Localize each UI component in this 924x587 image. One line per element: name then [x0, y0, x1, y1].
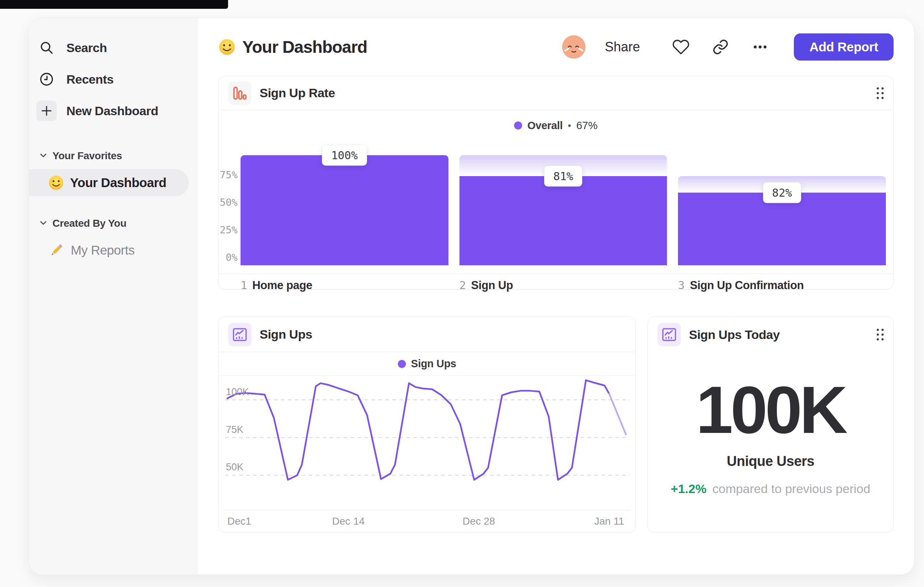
stat-delta: +1.2%: [671, 482, 706, 496]
smiley-face-emoji: [218, 38, 236, 56]
background-window-edge: [0, 0, 228, 9]
clock-icon: [36, 69, 57, 89]
add-report-button[interactable]: Add Report: [794, 33, 894, 61]
funnel-bar[interactable]: 82%: [678, 138, 886, 265]
sidebar-item-your-dashboard[interactable]: Your Dashboard: [29, 169, 189, 196]
funnel-bars: 100%81%82%: [241, 138, 886, 265]
step-number: 3: [678, 279, 685, 292]
funnel-value-tooltip: 81%: [544, 166, 582, 187]
step-number: 1: [241, 279, 247, 292]
line-chart-icon: [657, 323, 681, 346]
legend-series-label: Overall: [527, 120, 563, 132]
sign-ups-card: Sign Ups Sign Ups 100K75K50K Dec1Dec 14D…: [218, 317, 636, 532]
sign-up-rate-card: Sign Up Rate Overall • 67% 75%50%25%0% 1…: [218, 76, 894, 289]
card-header: Sign Up Rate: [219, 76, 893, 110]
smiley-face-emoji: [48, 175, 64, 191]
funnel-step-labels: 1Home page2Sign Up3Sign Up Confirmation: [219, 274, 893, 292]
card-title: Sign Up Rate: [260, 86, 869, 100]
funnel-step-label: 3Sign Up Confirmation: [678, 279, 886, 292]
funnel-bar[interactable]: 100%: [241, 138, 449, 265]
funnel-bar-fill: [459, 176, 667, 265]
legend-separator: •: [568, 120, 571, 131]
line-chart-icon: [228, 323, 252, 346]
funnel-chart: 75%50%25%0% 100%81%82%: [219, 138, 886, 265]
y-axis-tick: 25%: [219, 224, 238, 236]
step-name: Sign Up Confirmation: [690, 279, 804, 292]
y-axis-tick: 100K: [226, 386, 249, 400]
avatar[interactable]: [562, 35, 586, 59]
sidebar-section-created-by-you[interactable]: Created By You: [29, 213, 197, 234]
sidebar-item-label: New Dashboard: [66, 104, 158, 118]
x-axis-tick: Dec 14: [332, 516, 365, 527]
section-label: Created By You: [53, 218, 127, 229]
sidebar: Search Recents New Dashboard: [29, 18, 198, 575]
x-axis-tick: Jan 11: [594, 516, 624, 527]
sidebar-item-new-dashboard[interactable]: New Dashboard: [29, 95, 197, 127]
sidebar-section-your-favorites[interactable]: Your Favorites: [29, 146, 197, 166]
sidebar-item-recents[interactable]: Recents: [29, 63, 197, 95]
line-chart-x-axis: Dec1Dec 14Dec 28Jan 11: [225, 510, 630, 529]
sidebar-item-my-reports[interactable]: My Reports: [29, 236, 189, 264]
funnel-steps-divider: 1Home page2Sign Up3Sign Up Confirmation: [219, 273, 893, 292]
sign-ups-today-card: Sign Ups Today 100K Unique Users +1.2% c…: [648, 317, 894, 532]
stat-value: 100K: [696, 376, 845, 443]
share-button[interactable]: Share: [605, 39, 640, 55]
drag-handle-icon[interactable]: [877, 329, 884, 341]
sidebar-item-label: Recents: [66, 72, 114, 87]
y-axis-tick: 75%: [219, 169, 238, 180]
legend-dot: [514, 121, 522, 129]
drag-handle-icon[interactable]: [877, 87, 884, 99]
funnel-value-tooltip: 100%: [322, 145, 367, 166]
funnel-legend[interactable]: Overall • 67%: [219, 110, 893, 134]
stat-body: 100K Unique Users +1.2% compared to prev…: [648, 352, 893, 532]
step-name: Sign Up: [471, 279, 513, 292]
section-label: Your Favorites: [53, 150, 122, 162]
x-axis-tick: Dec1: [227, 516, 251, 527]
funnel-bar-fill: [241, 155, 449, 265]
card-header: Sign Ups Today: [648, 317, 893, 352]
funnel-step-label: 2Sign Up: [459, 279, 667, 292]
line-series[interactable]: [227, 380, 609, 480]
legend-value: 67%: [576, 120, 598, 132]
bottom-row: Sign Ups Sign Ups 100K75K50K Dec1Dec 14D…: [218, 317, 894, 532]
line-chart: 100K75K50K: [225, 376, 630, 510]
page-title: Your Dashboard: [218, 37, 367, 57]
heart-icon[interactable]: [671, 37, 691, 57]
y-axis-tick: 50%: [219, 197, 238, 208]
pencil-emoji: [48, 242, 65, 259]
x-axis-tick: Dec 28: [462, 516, 495, 527]
funnel-bar-fill: [678, 193, 886, 265]
card-title: Sign Ups Today: [689, 327, 869, 342]
link-icon[interactable]: [710, 37, 731, 57]
card-header: Sign Ups: [219, 317, 635, 352]
funnel-chart-icon: [228, 81, 252, 105]
line-legend[interactable]: Sign Ups: [219, 352, 635, 376]
sidebar-item-label: Search: [66, 41, 107, 55]
card-title: Sign Ups: [260, 327, 626, 342]
sidebar-item-search[interactable]: Search: [29, 32, 197, 63]
more-options-icon[interactable]: [750, 37, 771, 57]
chevron-down-icon: [39, 219, 47, 228]
legend-dot: [398, 360, 406, 368]
y-axis-tick: 50K: [226, 461, 243, 475]
stat-label: Unique Users: [727, 453, 814, 469]
page-title-text: Your Dashboard: [243, 37, 367, 57]
step-name: Home page: [252, 279, 312, 292]
y-axis-tick: 75K: [226, 424, 243, 438]
chevron-down-icon: [39, 151, 47, 161]
funnel-step-label: 1Home page: [241, 279, 449, 292]
search-icon: [36, 37, 57, 58]
funnel-value-tooltip: 82%: [763, 182, 801, 203]
sidebar-item-label: Your Dashboard: [70, 175, 167, 190]
legend-series-label: Sign Ups: [411, 358, 456, 370]
dashboard-header: Your Dashboard Share: [218, 18, 894, 76]
main-content: Your Dashboard Share: [198, 18, 914, 575]
stat-delta-row: +1.2% compared to previous period: [671, 482, 870, 496]
plus-icon: [36, 101, 57, 121]
sidebar-item-label: My Reports: [71, 243, 135, 258]
header-actions: Share Add Report: [562, 33, 894, 61]
app-window: Search Recents New Dashboard: [29, 18, 914, 575]
y-axis-tick: 0%: [219, 252, 238, 263]
funnel-bar[interactable]: 81%: [459, 138, 667, 265]
stat-delta-note: compared to previous period: [713, 482, 870, 496]
